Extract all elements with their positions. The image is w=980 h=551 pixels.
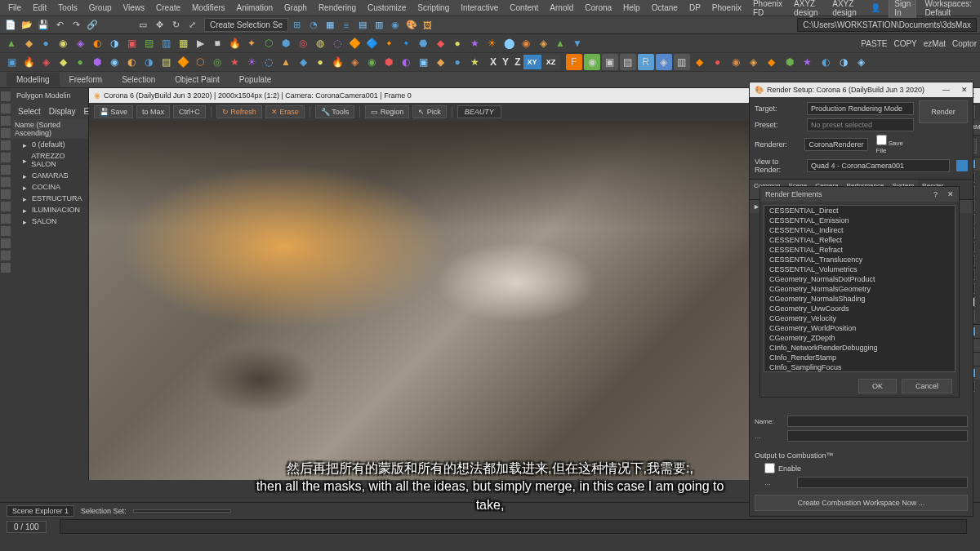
workspaces-dropdown[interactable]: Workspaces: Default bbox=[920, 0, 977, 19]
element-path-input[interactable] bbox=[787, 430, 968, 442]
selection-set-dropdown[interactable] bbox=[133, 509, 231, 513]
select-label[interactable]: Select bbox=[18, 107, 41, 116]
scene-item[interactable]: ▸ILUMINACION bbox=[11, 204, 88, 216]
ribbon-icon[interactable]: ◆ bbox=[55, 54, 71, 70]
ribbon-icon[interactable]: 🔷 bbox=[363, 35, 380, 51]
re-ok-button[interactable]: OK bbox=[858, 379, 897, 393]
re-item[interactable]: CGeometry_NormalsShading bbox=[764, 294, 955, 304]
ribbon-icon[interactable]: ★ bbox=[466, 35, 483, 51]
re-item[interactable]: CGeometry_ZDepth bbox=[764, 333, 955, 343]
scene-item[interactable]: ▸CAMARAS bbox=[11, 170, 88, 181]
rail-icon[interactable] bbox=[1, 251, 11, 260]
rsetup-titlebar[interactable]: 🎨 Render Setup: Corona 6 (DailyBuild Jun… bbox=[750, 82, 973, 97]
material-icon[interactable]: ◉ bbox=[388, 18, 403, 33]
element-path-button[interactable]: … bbox=[755, 433, 782, 440]
scene-item[interactable]: ▸ATREZZO SALON bbox=[11, 150, 88, 170]
copy-button[interactable]: COPY bbox=[893, 39, 916, 48]
menu-axyz2[interactable]: AXYZ design bbox=[827, 0, 864, 19]
ribbon-icon[interactable]: ▼ bbox=[569, 35, 586, 51]
ribbon-icon[interactable]: ⬡ bbox=[192, 54, 208, 70]
ribbon-icon[interactable]: 🔹 bbox=[398, 35, 414, 51]
tab-modeling[interactable]: Modeling bbox=[7, 73, 60, 87]
ribbon-icon[interactable]: ● bbox=[72, 54, 88, 70]
ribbon-icon[interactable]: ▤ bbox=[158, 54, 174, 70]
re-item[interactable]: CGeometry_NormalsGeometry bbox=[764, 284, 955, 294]
undo-icon[interactable]: ↶ bbox=[52, 18, 67, 33]
ribbon-icon[interactable]: ◐ bbox=[89, 35, 105, 51]
ribbon-icon[interactable]: 🔥 bbox=[20, 54, 37, 70]
menu-phoenixfd[interactable]: Phoenix FD bbox=[748, 0, 787, 19]
ribbon-icon[interactable]: ◉ bbox=[584, 54, 600, 70]
menu-content[interactable]: Content bbox=[505, 2, 543, 14]
vfb-ctrlc-button[interactable]: Ctrl+C bbox=[173, 105, 206, 118]
scene-header[interactable]: Name (Sorted Ascending) bbox=[11, 119, 88, 139]
ribbon-icon[interactable]: ◌ bbox=[329, 35, 345, 51]
rail-icon[interactable] bbox=[1, 189, 11, 199]
schematic-icon[interactable]: ▥ bbox=[372, 18, 386, 33]
ribbon-icon[interactable]: ◆ bbox=[692, 54, 708, 70]
menu-interactive[interactable]: Interactive bbox=[456, 2, 503, 14]
rail-icon[interactable] bbox=[1, 128, 11, 138]
re-item[interactable]: CGeometry_Velocity bbox=[764, 313, 955, 323]
ribbon-icon[interactable]: ◐ bbox=[123, 54, 140, 70]
ribbon-icon[interactable]: ◐ bbox=[398, 54, 414, 70]
tab-objectpaint[interactable]: Object Paint bbox=[165, 73, 229, 87]
close-icon[interactable]: ✕ bbox=[961, 86, 968, 94]
ribbon-icon[interactable]: ● bbox=[312, 54, 328, 70]
enable-combustion-checkbox[interactable] bbox=[764, 463, 775, 473]
tab-freeform[interactable]: Freeform bbox=[60, 73, 113, 87]
ribbon-icon[interactable]: ● bbox=[38, 35, 54, 51]
element-name-input[interactable] bbox=[787, 415, 968, 427]
coptor-button[interactable]: Coptor bbox=[952, 39, 977, 48]
menu-phoenix[interactable]: Phoenix bbox=[707, 2, 746, 14]
render-button[interactable]: Render bbox=[919, 100, 968, 123]
menu-views[interactable]: Views bbox=[118, 2, 150, 14]
ribbon-icon[interactable]: ☀ bbox=[483, 35, 500, 51]
ribbon-icon[interactable]: ◉ bbox=[55, 35, 71, 51]
ribbon-icon[interactable]: ● bbox=[449, 35, 466, 51]
re-item[interactable]: CGeometry_UvwCoords bbox=[764, 304, 955, 313]
combustion-path-input[interactable] bbox=[797, 477, 968, 488]
rail-icon[interactable] bbox=[1, 104, 11, 113]
ribbon-icon[interactable]: ◍ bbox=[312, 35, 328, 51]
xyz-xz-button[interactable]: XZ bbox=[542, 55, 560, 69]
rail-icon[interactable] bbox=[1, 116, 11, 126]
re-item[interactable]: CESSENTIAL_Reflect bbox=[764, 235, 955, 245]
ribbon-icon[interactable]: ⬢ bbox=[89, 54, 105, 70]
menu-modifiers[interactable]: Modifiers bbox=[187, 2, 230, 14]
vfb-pick-button[interactable]: ↖ Pick bbox=[412, 105, 447, 118]
align-icon[interactable]: ≡ bbox=[339, 18, 354, 33]
scene-item[interactable]: ▸SALON bbox=[11, 216, 88, 227]
ribbon-icon[interactable]: ★ bbox=[226, 54, 243, 70]
ribbon-icon[interactable]: ◈ bbox=[346, 54, 363, 70]
re-item[interactable]: CInfo_SamplingFocus bbox=[764, 362, 955, 372]
re-list[interactable]: CESSENTIAL_DirectCESSENTIAL_EmissionCESS… bbox=[764, 205, 956, 372]
re-cancel-button[interactable]: Cancel bbox=[902, 379, 952, 393]
rotate-icon[interactable]: ↻ bbox=[168, 18, 183, 33]
vfb-refresh-button[interactable]: ↻ Refresh bbox=[216, 105, 262, 118]
ribbon-icon[interactable]: ◑ bbox=[140, 54, 157, 70]
ribbon-icon[interactable]: ◉ bbox=[106, 54, 122, 70]
ribbon-icon[interactable]: ◉ bbox=[363, 54, 380, 70]
ribbon-icon[interactable]: F bbox=[566, 54, 582, 70]
ribbon-icon[interactable]: ⬣ bbox=[415, 35, 431, 51]
rail-icon[interactable] bbox=[1, 165, 11, 175]
ribbon-icon[interactable]: ⬡ bbox=[261, 35, 277, 51]
mirror-icon[interactable]: ▦ bbox=[323, 18, 337, 33]
renderer-dropdown[interactable]: CoronaRenderer bbox=[804, 138, 867, 151]
menu-corona[interactable]: Corona bbox=[580, 2, 617, 14]
new-icon[interactable]: 📄 bbox=[3, 18, 18, 33]
link-icon[interactable]: 🔗 bbox=[85, 18, 100, 33]
vfb-tomax-button[interactable]: to Max bbox=[136, 105, 170, 118]
close-icon[interactable]: ✕ bbox=[947, 190, 954, 198]
stop-icon[interactable]: ■ bbox=[209, 35, 225, 51]
menu-graph[interactable]: Graph bbox=[279, 2, 312, 14]
help-icon[interactable]: ? bbox=[933, 190, 938, 198]
rail-icon[interactable] bbox=[1, 202, 11, 211]
ribbon-icon[interactable]: ◎ bbox=[209, 54, 225, 70]
menu-tools[interactable]: Tools bbox=[53, 2, 82, 14]
ribbon-icon[interactable]: ◆ bbox=[764, 54, 780, 70]
ribbon-icon[interactable]: ◑ bbox=[835, 54, 852, 70]
ribbon-icon[interactable]: ◉ bbox=[728, 54, 744, 70]
view-dropdown[interactable]: Quad 4 - CoronaCamera001 bbox=[807, 159, 950, 172]
